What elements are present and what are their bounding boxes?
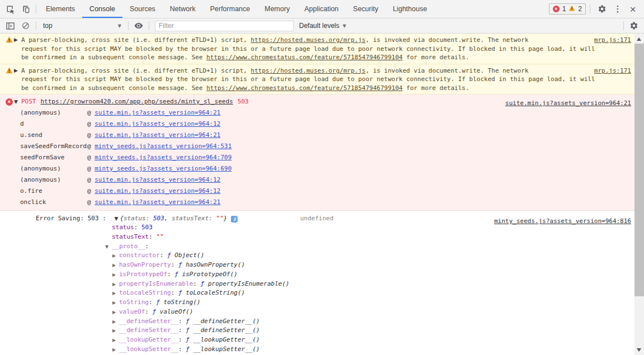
warning-text: for more details. [402,84,469,92]
function-name: propertyIsEnumerable() [208,280,290,287]
network-error-row: POSThttps://growroom420.com/app.php/seed… [0,96,634,107]
property-name: valueOf [119,308,145,315]
vertical-scrollbar[interactable] [634,34,644,355]
stack-source-link[interactable]: suite.min.js?assets_version=964:12 [94,187,220,195]
tab-elements[interactable]: Elements [39,0,82,18]
inspect-element-icon[interactable] [2,2,18,16]
tab-memory[interactable]: Memory [257,0,297,18]
warning-link[interactable]: https://www.chromestatus.com/feature/571… [206,84,402,92]
console-warning-message: A parser-blocking, cross site (i.e. diff… [0,34,634,64]
stack-source-link[interactable]: suite.min.js?assets_version=964:12 [94,120,220,127]
property-value: 503 [141,224,153,231]
clear-console-icon[interactable] [18,18,34,33]
context-label: top [43,22,53,30]
info-icon[interactable] [231,216,238,223]
log-levels-selector[interactable]: Default levels [299,22,346,30]
request-url-link[interactable]: https://growroom420.com/app.php/seeds/mi… [41,98,233,105]
property-expander[interactable] [112,336,119,345]
warning-source-link[interactable]: mrp.js:171 [594,67,631,75]
warning-source-link[interactable]: mrp.js:171 [594,36,631,45]
error-expander[interactable] [14,96,18,107]
settings-gear-icon[interactable] [594,2,610,16]
status-code: 503 [238,98,249,105]
tab-performance[interactable]: Performance [203,0,258,18]
stack-source-link[interactable]: minty_seeds.js?assets_version=964:709 [94,154,231,161]
object-property-row: __lookupGetter__: ƒ __lookupGetter__() [0,335,634,345]
warning-text: request for this script MAY be blocked b… [21,75,595,83]
stack-source-link[interactable]: minty_seeds.js?assets_version=964:531 [94,143,231,150]
tab-network[interactable]: Network [163,0,203,18]
scroll-down-arrow-icon[interactable] [637,348,641,352]
property-name: constructor [119,252,160,259]
at-symbol: @ [87,154,94,161]
stack-function-name: (anonymous) [20,107,87,119]
stack-source-link[interactable]: suite.min.js?assets_version=964:21 [94,109,220,116]
property-expander[interactable] [112,280,119,290]
divider [590,4,590,13]
object-property-row: valueOf: ƒ valueOf() [0,307,634,317]
stack-source-link[interactable]: suite.min.js?assets_version=964:21 [94,131,220,139]
stack-source-link[interactable]: suite.min.js?assets_version=964:21 [94,198,220,206]
property-expander[interactable] [112,308,119,318]
log-source-link[interactable]: minty_seeds.js?assets_version=964:816 [494,216,631,226]
property-colon: : [171,289,178,296]
warning-link[interactable]: https://www.chromestatus.com/feature/571… [206,54,402,61]
tab-security[interactable]: Security [346,0,386,18]
stack-function-name: onclick [20,197,87,208]
property-expander[interactable] [112,252,119,261]
property-expander[interactable] [112,289,119,299]
object-expander[interactable] [114,216,118,221]
object-property-row: toLocaleString: ƒ toLocaleString() [0,288,634,298]
stack-function-name: d [20,119,87,130]
stack-frame: (anonymous)@ minty_seeds.js?assets_versi… [0,163,634,174]
property-expander[interactable] [112,261,119,271]
console-settings-gear-icon[interactable] [626,18,642,33]
property-expander[interactable] [112,299,119,308]
stack-source-link[interactable]: suite.min.js?assets_version=964:12 [94,176,220,183]
tab-sources[interactable]: Sources [122,0,163,18]
at-symbol: @ [87,109,94,116]
function-symbol: ƒ [153,308,160,315]
warning-expander[interactable] [14,36,18,45]
property-colon: : [178,345,186,353]
live-expression-eye-icon[interactable] [131,18,146,33]
device-toolbar-icon[interactable] [18,2,34,16]
scrollbar-thumb[interactable] [634,44,644,296]
issues-badge[interactable]: 1 2 [549,3,586,15]
warning-count-icon [569,5,575,13]
filter-input[interactable] [155,21,293,31]
warning-link[interactable]: https://hosted.muses.org/mrp.js [251,36,366,44]
object-property-row: toString: ƒ toString() [0,298,634,307]
property-expander[interactable] [112,271,119,280]
console-messages: A parser-blocking, cross site (i.e. diff… [0,34,634,355]
execution-context-selector[interactable]: top [39,22,126,30]
property-colon: : [160,252,167,259]
tab-application[interactable]: Application [297,0,345,18]
close-icon[interactable] [626,4,640,15]
proto-expander[interactable] [105,243,112,252]
function-symbol: ƒ [201,280,208,287]
request-method: POST [21,98,36,105]
property-expander[interactable] [112,318,119,327]
object-property-row: __defineSetter__: ƒ __defineSetter__() [0,326,634,335]
tab-lighthouse[interactable]: Lighthouse [386,0,434,18]
kebab-menu-icon[interactable] [612,4,624,14]
stack-source-link[interactable]: minty_seeds.js?assets_version=964:690 [94,165,231,172]
function-symbol: ƒ [167,252,174,259]
warning-text: be confirmed in a subsequent console mes… [21,54,206,61]
tab-bar-right-controls: 1 2 [549,2,644,16]
warning-expander[interactable] [14,67,18,75]
property-colon: : [193,280,200,287]
property-expander[interactable] [112,326,119,336]
console-sidebar-icon[interactable] [2,18,18,33]
property-name: __lookupGetter__ [119,336,178,343]
divider [128,21,129,30]
property-name: __defineSetter__ [119,326,178,334]
warning-link[interactable]: https://hosted.muses.org/mrp.js [251,67,366,74]
function-name: __lookupSetter__() [193,345,259,353]
tab-console[interactable]: Console [82,0,122,18]
property-expander[interactable] [112,345,119,355]
error-source-link[interactable]: suite.min.js?assets_version=964:21 [505,98,631,109]
scroll-up-arrow-icon[interactable] [637,37,641,41]
warning-icon [6,67,13,77]
